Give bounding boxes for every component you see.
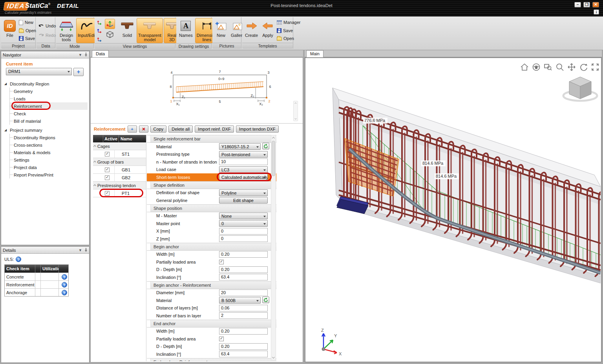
sidebar-item-loads[interactable]: Loads bbox=[10, 95, 89, 102]
viewport-toolbar[interactable] bbox=[521, 64, 598, 71]
uls-help-icon[interactable]: ? bbox=[16, 257, 21, 262]
collapse-chevron-icon[interactable] bbox=[93, 145, 96, 148]
expander-icon[interactable]: ◢ bbox=[4, 82, 10, 86]
file-button[interactable]: ID File bbox=[2, 18, 17, 43]
short-term-losses-dropdown[interactable]: Calculated automatically bbox=[219, 174, 268, 180]
diameter-mm-input[interactable]: 20 bbox=[219, 289, 268, 296]
d-depth-m-input[interactable]: 0.20 bbox=[219, 343, 268, 350]
expander-icon[interactable]: ◢ bbox=[4, 128, 10, 132]
zoom-icon[interactable] bbox=[557, 64, 563, 71]
diagram-scrollbar[interactable] bbox=[293, 101, 298, 121]
list-item-gb1[interactable]: GB1 bbox=[93, 166, 146, 174]
perspective-cube-button[interactable] bbox=[105, 30, 115, 39]
axonometry-button[interactable] bbox=[105, 19, 115, 29]
template-open-button[interactable]: Open bbox=[277, 35, 300, 42]
sidebar-item-geometry[interactable]: Geometry bbox=[10, 87, 89, 95]
delete-all-button[interactable]: Delete all bbox=[168, 126, 193, 133]
list-item-gb2[interactable]: GB2 bbox=[93, 174, 146, 182]
inclination-input[interactable]: 63.4 bbox=[219, 351, 268, 357]
tab-data[interactable]: Data bbox=[92, 50, 109, 57]
partially-loaded-area-checkbox[interactable] bbox=[219, 337, 224, 341]
list-group-prestressing-tendon[interactable]: Prestressing tendon bbox=[93, 182, 146, 189]
active-checkbox[interactable] bbox=[105, 152, 110, 157]
sidebar-item-cross-sections[interactable]: Cross-sections bbox=[10, 141, 89, 149]
sidebar-item-project-data[interactable]: Project data bbox=[10, 164, 89, 171]
new-button[interactable]: New bbox=[19, 19, 36, 25]
collapse-icon[interactable]: ▼ bbox=[79, 248, 82, 252]
tree-section-discontinuity-region[interactable]: ◢Discontinuity Region bbox=[4, 80, 89, 87]
template-apply-button[interactable]: Apply bbox=[260, 18, 275, 43]
help-icon[interactable]: ? bbox=[62, 274, 67, 280]
active-checkbox[interactable] bbox=[105, 175, 110, 180]
minimize-button[interactable]: – bbox=[574, 2, 581, 7]
delete-reinforcement-button[interactable]: ✕ bbox=[139, 126, 148, 133]
refresh-material-button[interactable] bbox=[262, 143, 269, 149]
inclination-input[interactable]: 63.4 bbox=[219, 274, 268, 280]
tab-main[interactable]: Main bbox=[306, 50, 323, 57]
redo-button[interactable]: Redo bbox=[38, 32, 56, 38]
list-item-st1[interactable]: ST1 bbox=[93, 150, 146, 158]
master-point-dropdown[interactable]: 0 bbox=[219, 220, 268, 227]
collapse-icon[interactable]: ▼ bbox=[79, 53, 82, 57]
sidebar-item-check[interactable]: Check bbox=[10, 110, 89, 117]
prestressing-type-dropdown[interactable]: Post-tensioned bbox=[219, 151, 268, 158]
fit-view-icon[interactable] bbox=[592, 64, 598, 70]
current-item-dropdown[interactable]: DRM1 bbox=[6, 68, 72, 75]
distance-of-layers-m-input[interactable]: 0.06 bbox=[219, 305, 268, 311]
solid-button[interactable]: Solid bbox=[119, 18, 136, 43]
collapse-chevron-icon[interactable] bbox=[93, 184, 96, 187]
sidebar-item-reinforcement[interactable]: Reinforcement bbox=[10, 102, 88, 110]
m-master-dropdown[interactable]: None bbox=[219, 213, 268, 219]
axes-xz-icon[interactable] bbox=[96, 19, 103, 25]
sidebar-item-bill-of-material[interactable]: Bill of material bbox=[10, 117, 89, 125]
rotate-icon[interactable] bbox=[581, 64, 587, 71]
axes-xy-icon[interactable] bbox=[96, 27, 103, 34]
view-cube[interactable] bbox=[563, 77, 597, 101]
undo-button[interactable]: Undo bbox=[38, 23, 56, 29]
eye-icon[interactable] bbox=[533, 64, 540, 71]
tree-section-project-summary[interactable]: ◢Project summary bbox=[4, 126, 89, 134]
template-save-button[interactable]: Save bbox=[277, 27, 300, 34]
sidebar-item-discontinuity-regions[interactable]: Discontinuity Regions bbox=[10, 134, 89, 141]
maximize-button[interactable]: ❐ bbox=[583, 2, 590, 7]
properties-scrollbar[interactable] bbox=[271, 135, 276, 360]
pin-icon[interactable] bbox=[84, 248, 88, 253]
x-mm-input[interactable]: 0 bbox=[219, 228, 268, 235]
sidebar-item-settings[interactable]: Settings bbox=[10, 156, 89, 164]
template-create-button[interactable]: Create bbox=[243, 18, 259, 43]
collapse-chevron-icon[interactable] bbox=[93, 161, 96, 164]
list-group-group-of-bars[interactable]: Group of bars bbox=[93, 158, 146, 166]
sidebar-item-report-preview-print[interactable]: Report Preview/Print bbox=[10, 171, 89, 178]
import-tendon-dxf-button[interactable]: Import tendon DXF bbox=[236, 126, 279, 133]
d-depth-m-input[interactable]: 0.20 bbox=[219, 266, 268, 273]
pin-icon[interactable] bbox=[84, 53, 88, 57]
design-tools-button[interactable]: Design tools bbox=[57, 18, 75, 43]
definition-of-bar-shape-dropdown[interactable]: Polyline bbox=[219, 189, 268, 196]
info-button[interactable]: i bbox=[594, 9, 599, 15]
open-button[interactable]: Open bbox=[19, 27, 36, 34]
load-case-dropdown[interactable]: LC3 bbox=[219, 166, 268, 173]
names-button[interactable]: A Names bbox=[177, 18, 194, 43]
details-header[interactable]: Details ▼ bbox=[1, 247, 89, 254]
template-manager-button[interactable]: Manager bbox=[277, 19, 300, 25]
number-of-bars-in-layer-input[interactable]: 2 bbox=[219, 312, 268, 319]
pan-icon[interactable] bbox=[568, 64, 575, 71]
help-icon[interactable]: ? bbox=[62, 282, 67, 288]
add-reinforcement-button[interactable]: + bbox=[128, 126, 137, 133]
sidebar-item-materials-models[interactable]: Materials & models bbox=[10, 149, 89, 156]
material-dropdown[interactable]: Y1860S7-15.2 bbox=[219, 143, 261, 150]
3d-viewport[interactable]: 776.6 MPa814.6 MPa814.6 MPaZYX bbox=[305, 58, 601, 361]
active-checkbox[interactable] bbox=[105, 167, 110, 172]
picture-new-button[interactable]: New bbox=[214, 18, 228, 43]
import-reinf-dxf-button[interactable]: Import reinf. DXF bbox=[195, 126, 234, 133]
refresh-material-button[interactable] bbox=[262, 297, 269, 303]
navigator-header[interactable]: Navigator ▼ bbox=[1, 51, 89, 58]
z-mm-input[interactable]: 0 bbox=[219, 235, 268, 242]
width-m-input[interactable]: 0.20 bbox=[219, 328, 268, 335]
add-item-button[interactable]: + bbox=[73, 68, 84, 76]
material-dropdown[interactable]: B 500B bbox=[219, 297, 261, 304]
list-group-cages[interactable]: Cages bbox=[93, 142, 146, 150]
width-m-input[interactable]: 0.20 bbox=[219, 251, 268, 258]
help-icon[interactable]: ? bbox=[62, 290, 67, 295]
partially-loaded-area-checkbox[interactable] bbox=[219, 260, 224, 264]
